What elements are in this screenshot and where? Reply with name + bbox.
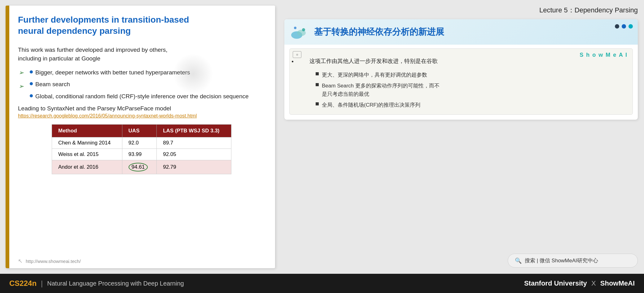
search-text: 搜索 | 微信 ShowMeAI研究中心 — [525, 257, 598, 264]
col-las: LAS (PTB WSJ SD 3.3) — [157, 125, 231, 137]
course-label: CS224n — [9, 279, 37, 288]
slide-left-border — [6, 6, 9, 268]
chinese-slide-title: 基于转换的神经依存分析的新进展 — [314, 26, 444, 38]
cell-uas-1: 93.99 — [122, 149, 157, 160]
stanford-label: Stanford University — [524, 279, 587, 287]
bottom-bar: CS224n | Natural Language Processing wit… — [0, 274, 644, 293]
slide-link[interactable]: https://research.googleblog.com/2016/05/… — [18, 113, 265, 119]
col-uas: UAS — [122, 125, 157, 137]
slide-content: Further developments in transition-based… — [6, 6, 275, 255]
lecture-header: Lecture 5：Dependency Parsing — [284, 3, 638, 15]
square-bullet-1 — [316, 72, 319, 75]
chinese-bullet-sub-1: 更大、更深的网络中，具有更好调优的超参数 — [297, 69, 627, 80]
bullet-item-2: Beam search — [30, 80, 265, 89]
cell-las-1: 92.05 — [157, 149, 231, 160]
cell-method-2: Andor et al. 2016 — [52, 160, 122, 174]
x-separator: X — [591, 279, 598, 287]
bullet-text-3: Global, conditional random field (CRF)-s… — [35, 92, 249, 101]
sub-text-1: 更大、更深的网络中，具有更好调优的超参数 — [322, 71, 427, 79]
leading-text: Leading to SyntaxNet and the Parsey McPa… — [18, 105, 265, 112]
main-container: Further developments in transition-based… — [0, 0, 644, 293]
search-box[interactable]: 🔍 搜索 | 微信 ShowMeAI研究中心 — [508, 254, 638, 268]
col-method: Method — [52, 125, 122, 137]
right-panel: Lecture 5：Dependency Parsing 基于转换的神经依存分析… — [281, 0, 644, 274]
cursor-icon: ↖ — [18, 258, 23, 264]
bottom-right: Stanford University X ShowMeAI — [524, 279, 635, 287]
bullet-dot-3 — [30, 94, 33, 97]
footer-url: http://www.showmeai.tech/ — [26, 259, 81, 264]
table-row: Chen & Manning 2014 92.0 89.7 — [52, 137, 231, 149]
nav-dots — [615, 24, 633, 29]
bullet-dot-2 — [30, 82, 33, 85]
chinese-bullet-main-1: 这项工作由其他人进一步开发和改进，特别是在谷歌 — [297, 55, 627, 67]
table-row: Andor et al. 2016 94.61 92.79 — [52, 160, 231, 174]
chinese-bullet-sub-3: 全局、条件随机场(CRF)的推理出决策序列 — [297, 100, 627, 110]
bottom-divider: | — [41, 279, 43, 288]
square-bullet-2 — [316, 83, 319, 86]
table-row: Weiss et al. 2015 93.99 92.05 — [52, 149, 231, 160]
bottom-left: CS224n | Natural Language Processing wit… — [9, 279, 184, 288]
sub-text-2: Beam Search 更多的探索动作序列的可能性，而不 是只考虑当前的最优 — [322, 82, 440, 98]
bullets-section: ➢ Bigger, deeper networks with better tu… — [21, 68, 265, 101]
cell-method-0: Chen & Manning 2014 — [52, 137, 122, 149]
slide-footer: ↖ http://www.showmeai.tech/ — [6, 255, 275, 268]
bullet-dot-1 — [30, 70, 33, 73]
svg-point-2 — [302, 28, 305, 31]
table-header-row: Method UAS LAS (PTB WSJ SD 3.3) — [52, 125, 231, 137]
cell-las-0: 89.7 — [157, 137, 231, 149]
square-bullet-3 — [316, 102, 319, 105]
svg-point-3 — [294, 27, 296, 29]
slide-panel: Further developments in transition-based… — [6, 6, 275, 268]
bullet-text-1: Bigger, deeper networks with better tune… — [35, 68, 190, 77]
showmeai-logo-small: ⊙ — [293, 51, 301, 58]
bullet-item-1: Bigger, deeper networks with better tune… — [30, 68, 265, 77]
circled-value: 94.61 — [129, 163, 148, 171]
bottom-subtitle: Natural Language Processing with Deep Le… — [47, 280, 184, 287]
showmeai-brand-label: S h o w M e A I — [580, 52, 628, 58]
showmeai-box: ⊙ S h o w M e A I 这项工作由其他人进一步开发和改进，特别是在谷… — [289, 48, 633, 115]
nav-dot-2 — [622, 24, 626, 29]
cell-uas-2: 94.61 — [122, 160, 157, 174]
nav-dot-3 — [629, 24, 633, 29]
showmeai-footer-label: ShowMeAI — [600, 279, 635, 287]
chinese-card: 基于转换的神经依存分析的新进展 ⊙ S h o w M e A I — [284, 19, 638, 120]
cell-las-2: 92.79 — [157, 160, 231, 174]
chinese-card-header: 基于转换的神经依存分析的新进展 — [284, 19, 638, 45]
bullet-item-3: Global, conditional random field (CRF)-s… — [30, 92, 265, 101]
arrow-deco-1: ➢ — [19, 69, 24, 76]
sub-text-3: 全局、条件随机场(CRF)的推理出决策序列 — [322, 101, 420, 109]
cell-method-1: Weiss et al. 2015 — [52, 149, 122, 160]
search-icon: 🔍 — [515, 257, 522, 264]
wave-icon — [291, 24, 309, 40]
slide-body-text: This work was further developed and impr… — [18, 46, 265, 63]
data-table: Method UAS LAS (PTB WSJ SD 3.3) Chen & M… — [52, 124, 231, 174]
bullet-text-2: Beam search — [35, 80, 70, 89]
arrow-deco-2: ➢ — [19, 82, 24, 90]
chinese-bullets-list: 这项工作由其他人进一步开发和改进，特别是在谷歌 更大、更深的网络中，具有更好调优… — [294, 55, 627, 111]
nav-dot-1 — [615, 24, 619, 29]
cell-uas-0: 92.0 — [122, 137, 157, 149]
slide-title: Further developments in transition-based… — [18, 14, 265, 37]
chinese-bullet-sub-2: Beam Search 更多的探索动作序列的可能性，而不 是只考虑当前的最优 — [297, 80, 627, 100]
search-container: 🔍 搜索 | 微信 ShowMeAI研究中心 — [284, 254, 638, 271]
content-area: Further developments in transition-based… — [0, 0, 644, 274]
